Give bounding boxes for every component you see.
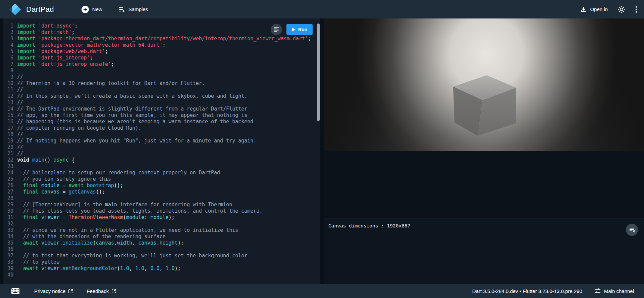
code-line: 37 // to test that everything is working… <box>3 253 316 259</box>
output-pane: Canvas dimensions : 644x298 <box>324 18 644 284</box>
line-number: 9 <box>3 74 13 80</box>
line-number: 12 <box>3 93 13 99</box>
line-number: 31 <box>3 214 13 221</box>
keyboard-shortcuts-button[interactable] <box>11 288 19 294</box>
line-number: 35 <box>3 240 13 246</box>
line-number: 4 <box>3 42 13 48</box>
code-line: 31 final viewer = ThermionViewerWasm(mod… <box>3 214 316 221</box>
samples-button-label: Samples <box>128 6 148 12</box>
render-gap <box>324 151 644 218</box>
line-number: 34 <box>3 233 13 240</box>
open-in-label: Open in <box>590 6 608 12</box>
line-number: 25 <box>3 176 13 182</box>
line-number: 24 <box>3 170 13 176</box>
line-number: 26 <box>3 182 13 189</box>
line-number: 18 <box>3 131 13 138</box>
brightness-toggle-button[interactable] <box>618 6 625 13</box>
line-number: 1 <box>3 23 13 29</box>
code-line: 27 final canvas = getCanvas(); <box>3 189 316 195</box>
code-line: 22void main() async { <box>3 157 316 163</box>
line-number: 16 <box>3 119 13 125</box>
main-split: 1import 'dart:async';2import 'dart:math'… <box>0 18 644 284</box>
line-number: 14 <box>3 106 13 112</box>
code-line: 40 <box>3 272 316 278</box>
line-number: 23 <box>3 163 13 170</box>
code-line: 17// compiler running on Google Cloud Ru… <box>3 125 316 131</box>
code-line: 13// <box>3 99 316 106</box>
code-editor-pane[interactable]: 1import 'dart:async';2import 'dart:math'… <box>3 18 320 284</box>
code-lines: 1import 'dart:async';2import 'dart:math'… <box>3 23 316 278</box>
line-number: 2 <box>3 29 13 36</box>
line-number: 39 <box>3 265 13 272</box>
channel-selector[interactable]: Main channel <box>594 288 634 294</box>
channel-label: Main channel <box>604 288 634 294</box>
code-line: 35 await viewer.initialize(canvas.width,… <box>3 240 316 246</box>
line-number: 13 <box>3 99 13 106</box>
status-bar: Privacy notice Feedback Dart 3.5.0-284.0… <box>0 284 644 298</box>
code-line: 12// In this sample, we'll create a basi… <box>3 93 316 99</box>
line-number: 6 <box>3 55 13 61</box>
code-line: 16// happening (this is because we aren'… <box>3 119 316 125</box>
line-number: 20 <box>3 144 13 151</box>
code-line: 1import 'dart:async'; <box>3 23 316 29</box>
format-button[interactable] <box>271 24 282 35</box>
feedback-link[interactable]: Feedback <box>87 288 116 294</box>
open-in-button[interactable]: Open in <box>581 6 608 12</box>
line-number: 7 <box>3 61 13 68</box>
code-line: 38 // to yellow <box>3 259 316 265</box>
3d-render-viewport[interactable] <box>324 18 644 151</box>
code-line: 24 // boilerplate to setup our rendering… <box>3 170 316 176</box>
code-line: 15// app, so the first time you run this… <box>3 112 316 119</box>
open-in-new-icon <box>111 289 116 294</box>
play-icon <box>292 28 296 32</box>
code-line: 34 // with the dimensions of the renderi… <box>3 233 316 240</box>
code-line: 10// Thermion is a 3D rendering toolkit … <box>3 80 316 87</box>
code-line: 19// If nothing happens when you hit "Ru… <box>3 138 316 144</box>
run-button-label: Run <box>298 27 307 32</box>
download-icon <box>581 6 587 12</box>
line-number: 10 <box>3 80 13 87</box>
code-line: 28 <box>3 195 316 202</box>
code-line: 3import 'package:thermion_dart/thermion_… <box>3 36 316 42</box>
code-line: 5import 'package:web/web.dart'; <box>3 48 316 55</box>
code-line: 9// <box>3 74 316 80</box>
clear-console-icon <box>629 227 635 232</box>
code-line: 7import 'dart:js_interop_unsafe'; <box>3 61 316 68</box>
dartpad-logo-icon <box>9 3 21 16</box>
code-line: 33 // since we're not in a Flutter appli… <box>3 227 316 233</box>
code-line: 26 final module = await bootstrap(); <box>3 182 316 189</box>
line-number: 33 <box>3 227 13 233</box>
line-number: 17 <box>3 125 13 131</box>
line-number: 40 <box>3 272 13 278</box>
new-button-label: New <box>92 6 102 12</box>
code-line: 18// <box>3 131 316 138</box>
run-button[interactable]: Run <box>286 24 313 35</box>
samples-button[interactable]: Samples <box>118 6 148 12</box>
open-in-new-icon <box>68 289 73 294</box>
code-line: 36 <box>3 246 316 253</box>
line-number: 5 <box>3 48 13 55</box>
format-icon <box>274 27 279 32</box>
line-number: 38 <box>3 259 13 265</box>
line-number: 28 <box>3 195 13 202</box>
line-number: 11 <box>3 87 13 93</box>
overflow-menu-button[interactable] <box>635 6 637 13</box>
line-number: 15 <box>3 112 13 119</box>
clear-console-button[interactable] <box>626 224 638 236</box>
editor-scrollbar[interactable] <box>317 24 320 121</box>
code-line: 8 <box>3 68 316 74</box>
code-line: 20// <box>3 144 316 151</box>
privacy-notice-label: Privacy notice <box>34 288 65 294</box>
sdk-version-text: Dart 3.5.0-284.0.dev • Flutter 3.23.0-13… <box>472 288 582 294</box>
code-line: 14// The DartPad environment is slightly… <box>3 106 316 112</box>
top-app-bar: DartPad New Samples Open in <box>0 0 644 18</box>
line-number: 19 <box>3 138 13 144</box>
code-line: 23 <box>3 163 316 170</box>
privacy-notice-link[interactable]: Privacy notice <box>34 288 73 294</box>
code-line: 11// <box>3 87 316 93</box>
line-number: 29 <box>3 202 13 208</box>
line-number: 8 <box>3 68 13 74</box>
line-number: 30 <box>3 208 13 214</box>
new-button[interactable]: New <box>82 6 102 13</box>
line-number: 37 <box>3 253 13 259</box>
